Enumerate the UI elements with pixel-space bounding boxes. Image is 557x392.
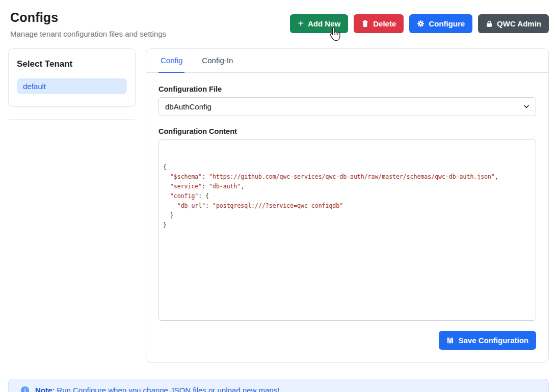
page-title: Configs [10,10,166,25]
config-card: Config Config-In Configuration File dbAu… [146,48,549,362]
save-configuration-button[interactable]: Save Configuration [439,331,536,350]
save-row: Save Configuration [158,331,536,350]
info-icon: i [21,386,29,392]
lock-icon [486,20,493,27]
tab-bar: Config Config-In [146,49,548,73]
sidebar: Select Tenant default [8,48,136,362]
save-icon [446,337,454,344]
delete-label: Delete [373,19,396,28]
configure-button[interactable]: Configure [409,14,472,33]
save-configuration-label: Save Configuration [458,336,528,345]
config-card-body: Configuration File dbAuthConfig Configur… [146,73,548,362]
tenant-card: Select Tenant default [8,48,136,107]
note-text: Note:Run Configure when you change JSON … [35,386,279,392]
sidebar-divider [9,119,135,120]
gear-icon [417,20,425,27]
config-content-editor[interactable]: { "$schema": "https://github.com/qwc-ser… [158,139,536,321]
page-title-block: Configs Manage tenant configuration file… [10,10,166,38]
note-alert: i Note:Run Configure when you change JSO… [8,379,549,392]
tenant-item-default[interactable]: default [17,78,127,94]
page-subtitle: Manage tenant configuration files and se… [10,30,166,38]
config-file-select-wrap: dbAuthConfig [158,97,536,116]
tenant-card-title: Select Tenant [17,59,127,69]
config-file-select[interactable]: dbAuthConfig [158,97,536,116]
toolbar: + Add New Delete [290,14,549,33]
note-prefix: Note: [35,386,55,392]
plus-icon: + [298,18,304,29]
qwc-admin-label: QWC Admin [497,19,541,28]
config-file-label: Configuration File [158,85,536,93]
content: Select Tenant default Config Config-In C… [0,48,557,362]
add-new-button[interactable]: + Add New [290,14,348,33]
trash-icon [361,20,369,27]
configure-label: Configure [429,19,465,28]
tab-config-in[interactable]: Config-In [200,49,235,73]
tab-config[interactable]: Config [158,49,184,73]
page-header: Configs Manage tenant configuration file… [0,0,557,38]
qwc-admin-button[interactable]: QWC Admin [478,14,549,33]
config-content-code: { "$schema": "https://github.com/qwc-ser… [163,162,532,230]
add-new-label: Add New [308,19,340,28]
note-message: Run Configure when you change JSON files… [57,386,279,392]
config-content-label: Configuration Content [158,127,536,135]
delete-button[interactable]: Delete [354,14,404,33]
